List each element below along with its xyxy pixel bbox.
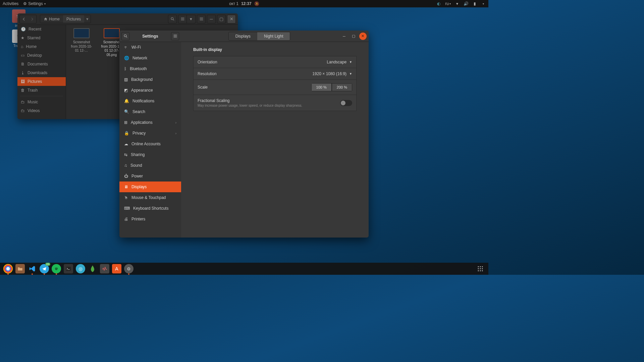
minimize-button[interactable]: ─ bbox=[340, 33, 348, 40]
dock-app-green[interactable]: ◎ bbox=[76, 264, 85, 273]
sidebar-item-search[interactable]: 🔍Search bbox=[119, 106, 181, 117]
sidebar-music[interactable]: 🗀Music bbox=[17, 98, 66, 106]
sidebar-item-network[interactable]: 🌐Network bbox=[119, 53, 181, 63]
sidebar-item-power[interactable]: ⏻Power bbox=[119, 171, 181, 182]
tab-displays[interactable]: Displays bbox=[229, 32, 257, 40]
view-list-button[interactable] bbox=[178, 15, 187, 23]
activities-button[interactable]: Activities bbox=[3, 1, 18, 6]
scale-200-button[interactable]: 200 % bbox=[332, 83, 352, 91]
search-button[interactable] bbox=[121, 32, 129, 40]
dock-chrome[interactable] bbox=[3, 264, 13, 273]
notifications-muted-icon[interactable]: 🔕 bbox=[254, 1, 259, 6]
dock-vscode[interactable] bbox=[28, 264, 37, 273]
weather-icon[interactable]: ◐ bbox=[436, 1, 441, 6]
shopping-bag-icon: A bbox=[115, 266, 118, 271]
sidebar-label: Desktop bbox=[27, 53, 42, 58]
file-thumbnail bbox=[104, 28, 120, 38]
desktop-icon: ▭ bbox=[21, 53, 24, 58]
dock-software[interactable]: A bbox=[112, 264, 121, 273]
settings-window: Settings ᯤWi-Fi 🌐Network ᛒBluetooth ▧Bac… bbox=[119, 31, 369, 238]
background-icon: ▧ bbox=[124, 77, 128, 82]
search-button[interactable] bbox=[168, 15, 177, 23]
minimize-button[interactable]: ─ bbox=[207, 15, 216, 23]
sidebar-item-applications[interactable]: ⊞Applications› bbox=[119, 117, 181, 128]
sidebar-item-sharing[interactable]: ⇆Sharing bbox=[119, 149, 181, 160]
hamburger-menu-button[interactable] bbox=[171, 32, 179, 40]
path-home[interactable]: Home bbox=[40, 15, 63, 23]
path-bar[interactable]: Home Pictures ▾ bbox=[40, 15, 91, 23]
sidebar-item-label: Power bbox=[131, 174, 143, 178]
lock-icon: 🔒 bbox=[124, 131, 129, 136]
svg-point-14 bbox=[482, 266, 483, 267]
clock-time[interactable]: 12:37 bbox=[241, 1, 252, 6]
settings-body: Built-in display Orientation Landscape ▼… bbox=[181, 42, 369, 116]
close-button[interactable]: ✕ bbox=[227, 15, 236, 23]
clock-date[interactable]: окт 1 bbox=[229, 1, 238, 6]
sidebar-trash[interactable]: 🗑Trash bbox=[17, 86, 66, 95]
maximize-button[interactable]: ▢ bbox=[217, 15, 226, 23]
path-pictures[interactable]: Pictures bbox=[63, 15, 84, 23]
language-label: ru bbox=[445, 1, 449, 6]
sidebar-documents[interactable]: 🗎Documents bbox=[17, 60, 66, 68]
settings-sidebar: Settings ᯤWi-Fi 🌐Network ᛒBluetooth ▧Bac… bbox=[119, 31, 181, 238]
sidebar-item-appearance[interactable]: ◩Appearance bbox=[119, 85, 181, 96]
sidebar-item-displays[interactable]: 🖥Displays bbox=[119, 182, 181, 192]
tab-night-light[interactable]: Night Light bbox=[257, 32, 290, 40]
sidebar-item-wifi[interactable]: ᯤWi-Fi bbox=[119, 42, 181, 53]
file-item[interactable]: Screenshot from 2020-10-01 12-… bbox=[69, 28, 94, 53]
dock-system-monitor[interactable] bbox=[100, 264, 109, 273]
back-button[interactable] bbox=[19, 15, 28, 23]
close-button[interactable]: ✕ bbox=[359, 33, 367, 40]
battery-icon[interactable]: ▮ bbox=[472, 1, 477, 6]
wifi-icon[interactable]: ▾ bbox=[455, 1, 460, 6]
sidebar-starred[interactable]: ★Starred bbox=[17, 34, 66, 42]
dock-mongodb[interactable] bbox=[88, 264, 97, 273]
svg-point-13 bbox=[480, 266, 481, 267]
svg-point-19 bbox=[480, 270, 481, 271]
sidebar-recent[interactable]: 🕑Recent bbox=[17, 25, 66, 34]
sidebar-item-label: Online Accounts bbox=[131, 142, 161, 146]
sidebar-item-notifications[interactable]: 🔔Notifications bbox=[119, 96, 181, 106]
telegram-icon bbox=[42, 266, 47, 271]
sidebar-label: Starred bbox=[27, 36, 40, 40]
show-applications-button[interactable] bbox=[476, 264, 485, 273]
chevron-right-icon: › bbox=[175, 132, 176, 135]
sidebar-desktop[interactable]: ▭Desktop bbox=[17, 51, 66, 60]
dock-terminal[interactable] bbox=[64, 264, 73, 273]
row-label: Resolution bbox=[198, 71, 217, 76]
dock-spotify[interactable] bbox=[52, 264, 61, 273]
sidebar-item-online-accounts[interactable]: ☁Online Accounts bbox=[119, 139, 181, 149]
sidebar-item-privacy[interactable]: 🔒Privacy› bbox=[119, 128, 181, 139]
sidebar-item-keyboard[interactable]: ⌨Keyboard Shortcuts bbox=[119, 203, 181, 214]
app-menu[interactable]: ⚙ Settings ▾ bbox=[23, 1, 45, 6]
hamburger-menu-button[interactable] bbox=[197, 15, 206, 23]
sidebar-pictures[interactable]: 🖼Pictures bbox=[17, 77, 66, 86]
sidebar-videos[interactable]: 🗀Videos bbox=[17, 106, 66, 115]
sidebar-item-mouse-touchpad[interactable]: 🖱Mouse & Touchpad bbox=[119, 192, 181, 203]
sidebar-item-label: Notifications bbox=[132, 99, 154, 103]
sidebar-item-sound[interactable]: ♫Sound bbox=[119, 160, 181, 171]
maximize-button[interactable]: ▢ bbox=[350, 33, 357, 40]
sidebar-label: Trash bbox=[28, 88, 38, 93]
resolution-row[interactable]: Resolution 1920 × 1080 (16:9) ▼ bbox=[193, 68, 357, 80]
svg-rect-9 bbox=[173, 36, 177, 36]
forward-button[interactable] bbox=[28, 15, 37, 23]
orientation-row[interactable]: Orientation Landscape ▼ bbox=[193, 56, 357, 68]
fractional-scaling-toggle[interactable] bbox=[340, 100, 352, 106]
chevron-down-icon[interactable]: ▾ bbox=[481, 1, 486, 6]
language-indicator[interactable]: ru ▾ bbox=[445, 1, 451, 6]
dock-telegram[interactable]: 23 bbox=[40, 264, 49, 273]
path-dropdown[interactable]: ▾ bbox=[84, 15, 91, 23]
scale-100-button[interactable]: 100 % bbox=[311, 83, 332, 91]
sidebar-item-bluetooth[interactable]: ᛒBluetooth bbox=[119, 63, 181, 74]
appearance-icon: ◩ bbox=[124, 88, 128, 93]
sidebar-home[interactable]: ⌂Home bbox=[17, 42, 66, 51]
app-menu-label: Settings bbox=[28, 1, 43, 6]
sidebar-item-background[interactable]: ▧Background bbox=[119, 74, 181, 85]
dock-files[interactable] bbox=[15, 264, 25, 273]
volume-icon[interactable]: 🔊 bbox=[464, 1, 468, 6]
sidebar-downloads[interactable]: ⭳Downloads bbox=[17, 68, 66, 77]
view-dropdown[interactable]: ▾ bbox=[187, 15, 196, 23]
dock-settings[interactable]: ⚙ bbox=[124, 264, 133, 273]
sidebar-item-printers[interactable]: 🖨Printers bbox=[119, 214, 181, 224]
